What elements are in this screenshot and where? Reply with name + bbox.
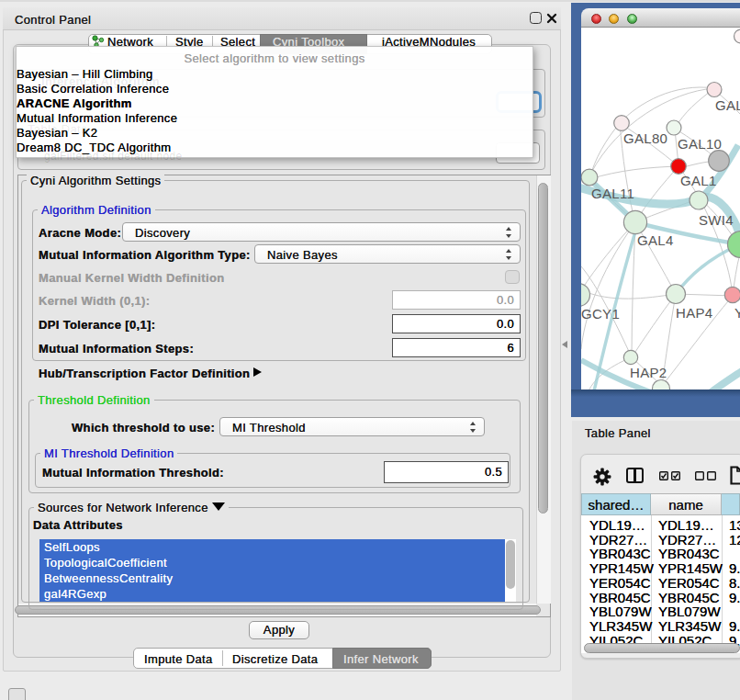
svg-text:GAL7: GAL7: [715, 97, 740, 113]
svg-text:GAL1: GAL1: [680, 173, 717, 188]
svg-text:GAL11: GAL11: [591, 186, 634, 201]
svg-text:Y: Y: [734, 305, 740, 321]
svg-text:GAL80: GAL80: [623, 130, 667, 146]
svg-text:HAP4: HAP4: [676, 305, 712, 321]
svg-text:GCY1: GCY1: [581, 306, 620, 322]
svg-text:SWI4: SWI4: [699, 212, 734, 228]
svg-text:GAL4: GAL4: [637, 232, 674, 248]
svg-text:HAP2: HAP2: [630, 365, 667, 380]
svg-text:GAL10: GAL10: [678, 136, 722, 152]
